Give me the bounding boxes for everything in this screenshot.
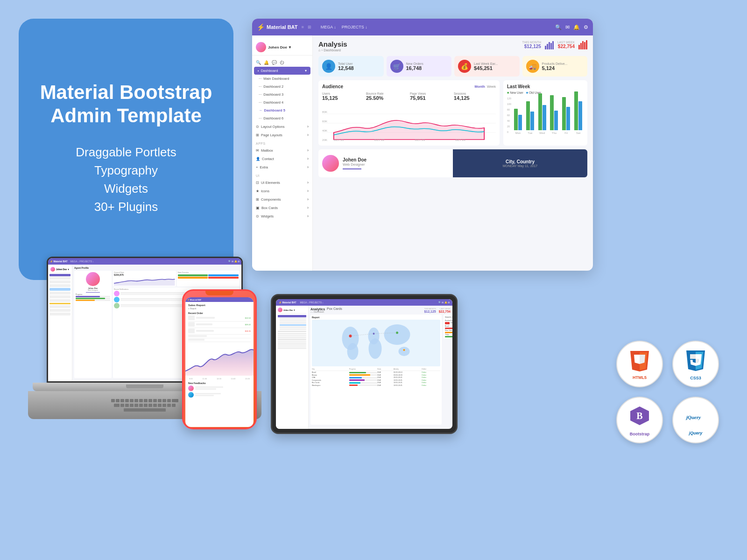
bar-new-sat (574, 91, 578, 130)
last-week-chart (578, 40, 587, 49)
sidebar-search-icon[interactable]: 🔍 (256, 60, 261, 65)
sidebar-item-mailbox[interactable]: ✉ Mailbox (252, 146, 312, 154)
nav-mega[interactable]: MEGA ↓ (321, 25, 336, 29)
sidebar-action-icons: 🔍 🔔 💬 ⏻ (252, 58, 312, 67)
sidebar-item-layout[interactable]: ⊙ Layout Options (252, 122, 312, 131)
dashboard-header: ⚡ Material BAT ≡ ⊞ MEGA ↓ PROJECTS ↓ 🔍 ✉… (252, 19, 593, 35)
products-card: 🚚 Products Delive... 5,124 (522, 56, 588, 77)
keyboard-row-2 (114, 404, 176, 407)
analysis-header: Analysis ⌂ › Dashboard THIS MONTH $12,12… (318, 40, 587, 52)
bar-old-tue (530, 112, 534, 130)
bar-old-sat (578, 101, 582, 130)
bar-new-mon (514, 109, 518, 130)
metric-bounce: Bounce Rate 25.50% (366, 92, 408, 101)
sidebar-item-dashboard3[interactable]: ··· Dashboard 3 (252, 91, 312, 98)
dashboard-menu-icon: ▪ (258, 69, 259, 73)
sidebar-item-widgets[interactable]: ⊙ Widgets (252, 212, 312, 220)
sidebar-power-icon[interactable]: ⏻ (280, 60, 284, 65)
bar-group-sat: Sat (573, 91, 584, 134)
stat-cards: 👤 Total User 12,548 🛒 New Orders 16,748 … (318, 56, 587, 77)
cart-icon: 🛒 (390, 60, 403, 73)
metric-sessions: Sessions 14,125 (454, 92, 496, 101)
last-week-chart-panel: Last Week New User Old User 120100806040… (503, 80, 587, 146)
sidebar-item-dashboard6[interactable]: ··· Dashboard 6 (252, 114, 312, 122)
search-icon[interactable]: 🔍 (555, 24, 562, 30)
phone-notch (205, 291, 233, 295)
money-icon: 💰 (458, 60, 471, 73)
svg-marker-26 (634, 355, 640, 364)
svg-text:OCT 23: OCT 23 (415, 139, 425, 141)
svg-point-14 (369, 338, 382, 359)
metric-users: Users 15,125 (322, 92, 364, 101)
sidebar-bell-icon[interactable]: 🔔 (264, 60, 269, 65)
nav-projects[interactable]: PROJECTS ↓ (342, 25, 367, 29)
feature-item-3: Widgets (76, 182, 176, 196)
pox-cards-label: Pox Cards (327, 307, 342, 310)
mini-header: ⚡ Material BAT MEGA ↓ PROJECTS ↓ 🔍 ✉ 🔔 ⚙ (48, 258, 241, 265)
mail-icon[interactable]: ✉ (565, 24, 570, 30)
sidebar-item-dashboard4[interactable]: ··· Dashboard 4 (252, 98, 312, 106)
last-week-title: Last Week (507, 84, 584, 89)
header-stats: THIS MONTH $12,125 LAST WEEK $22,754 (522, 40, 587, 49)
bar-new-tue (526, 101, 530, 130)
header-icons: 🔍 ✉ 🔔 ⚙ (555, 24, 588, 30)
sidebar-item-contact[interactable]: 👤 Contact (252, 154, 312, 163)
phone-screen: ⚡ Material BAT Sales Report ≡ Report Rec… (185, 297, 254, 427)
mini-sidebar-item (49, 299, 70, 302)
sidebar-item-ui-elements[interactable]: ⊡ UI Elements (252, 178, 312, 187)
svg-text:60K: 60K (322, 120, 327, 123)
dashboard-screenshot: ⚡ Material BAT ≡ ⊞ MEGA ↓ PROJECTS ↓ 🔍 ✉… (252, 19, 593, 271)
bell-icon[interactable]: 🔔 (573, 24, 580, 30)
svg-text:jQuery: jQuery (685, 414, 701, 420)
sidebar-item-main-dashboard[interactable]: ··· Main Dashboard (252, 75, 312, 83)
sidebar-item-extra[interactable]: + Extra (252, 163, 312, 171)
time-tabs: Month Week (474, 84, 496, 89)
username[interactable]: Johen Doe ▼ (268, 45, 292, 49)
sidebar-section-ui: UI (252, 171, 312, 178)
bar-group-mon: Mon (513, 109, 523, 134)
sidebar-chat-icon[interactable]: 💬 (272, 60, 277, 65)
sidebar-item-dashboard[interactable]: ▪ Dashboard ▾ (254, 67, 310, 75)
bootstrap-icon: B Bootstrap (616, 397, 663, 443)
dashboard-body: Johen Doe ▼ 🔍 🔔 💬 ⏻ ▪ Dashboard ▾ ··· Ma… (252, 35, 593, 271)
sidebar-item-dashboard2[interactable]: ··· Dashboard 2 (252, 83, 312, 91)
sidebar-item-dashboard5[interactable]: → Dashboard 5 (252, 106, 312, 114)
bar-old-thu (554, 111, 558, 130)
sidebar-item-components[interactable]: ⊞ Components (252, 195, 312, 203)
analysis-title-group: Analysis ⌂ › Dashboard (318, 40, 347, 52)
this-month-stat: THIS MONTH $12,125 (522, 41, 541, 49)
keyboard-row-3 (124, 408, 166, 412)
total-user-card: 👤 Total User 12,548 (318, 56, 384, 77)
mini-sidebar-item (49, 309, 70, 312)
bar-chart-container: 120100806040200 Mon (507, 97, 584, 139)
svg-point-20 (403, 349, 405, 351)
svg-point-15 (384, 324, 410, 345)
svg-point-12 (347, 343, 359, 360)
profile-avatar (322, 155, 339, 172)
sidebar-item-icons[interactable]: ★ Icons (252, 187, 312, 195)
svg-text:20K: 20K (322, 139, 327, 141)
bar-group-tue: Tue (525, 101, 536, 134)
sidebar-section-apps: APPS (252, 139, 312, 146)
earnings-card: 💰 Last Week Ear... $45,251 (454, 56, 520, 77)
profile-info: Johen Doe Web Designer (343, 157, 366, 169)
audience-metrics: Users 15,125 Bounce Rate 25.50% Page Vie… (322, 92, 496, 101)
user-icon: 👤 (322, 60, 335, 73)
avatar (256, 42, 266, 52)
mini-sidebar: Johen Doe ▼ (48, 265, 72, 381)
mini-sidebar-item (49, 280, 70, 283)
svg-text:80K: 80K (322, 111, 327, 113)
gear-icon[interactable]: ⚙ (584, 24, 588, 30)
tab-week[interactable]: Week (487, 84, 496, 89)
audience-header: Audience Month Week (322, 84, 496, 89)
svg-text:B: B (636, 411, 642, 421)
tab-month[interactable]: Month (474, 84, 485, 89)
sidebar-item-page-layouts[interactable]: ⊞ Page Layouts (252, 131, 312, 139)
sidebar-item-box-cards[interactable]: ▣ Box Cards (252, 203, 312, 212)
bar-new-thu (550, 95, 554, 130)
new-orders-card: 🛒 New Orders 16,748 (387, 56, 452, 77)
svg-point-16 (399, 347, 410, 356)
mini-sidebar-item (49, 295, 70, 298)
dashboard-nav: MEGA ↓ PROJECTS ↓ (321, 25, 367, 29)
jquery-icon: jQuery jQuery (672, 397, 719, 443)
